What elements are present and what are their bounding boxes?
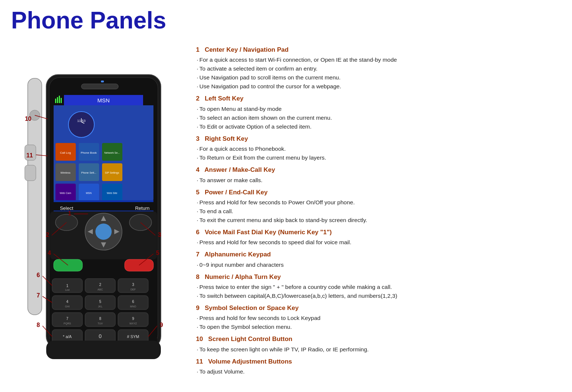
svg-text:GHI: GHI xyxy=(65,305,70,308)
svg-text:Web Cam: Web Cam xyxy=(60,192,71,194)
svg-text:4: 4 xyxy=(48,250,51,256)
svg-text:4: 4 xyxy=(66,300,68,304)
svg-text:11: 11 xyxy=(26,152,33,158)
svg-rect-89 xyxy=(46,341,161,359)
svg-text:MNO: MNO xyxy=(130,305,136,308)
svg-rect-2 xyxy=(25,165,36,181)
desc-body-5: Press and Hold for few seconds to Power … xyxy=(196,198,561,225)
svg-text:TUV: TUV xyxy=(98,322,103,325)
desc-item-1: 1 Center Key / Navigation PadFor a quick… xyxy=(196,45,561,91)
desc-body-7: 0~9 input number and characters xyxy=(196,260,561,269)
desc-heading-6: 6 Voice Mail Fast Dial Key (Numeric Key … xyxy=(196,228,561,237)
desc-heading-9: 9 Symbol Selection or Space Key xyxy=(196,303,561,313)
svg-text:* a/A: * a/A xyxy=(63,334,72,339)
svg-text:9: 9 xyxy=(132,317,134,321)
desc-item-6: 6 Voice Mail Fast Dial Key (Numeric Key … xyxy=(196,228,561,247)
svg-text:8: 8 xyxy=(99,317,101,321)
desc-heading-11: 11 Volume Adjustment Buttons xyxy=(196,357,561,367)
svg-text:ABC: ABC xyxy=(98,288,103,291)
desc-item-11: 11 Volume Adjustment ButtonsTo adjust Vo… xyxy=(196,357,561,376)
svg-rect-15 xyxy=(59,96,60,103)
svg-text:MSN: MSN xyxy=(86,192,92,194)
desc-item-2: 2 Left Soft KeyTo open Menu at stand-by … xyxy=(196,94,561,131)
desc-heading-7: 7 Alphanumeric Keypad xyxy=(196,250,561,259)
desc-heading-1: 1 Center Key / Navigation Pad xyxy=(196,45,561,55)
desc-body-4: To answer or make calls. xyxy=(196,176,561,185)
desc-body-11: To adjust Volume. xyxy=(196,367,561,376)
descriptions-panel: 1 Center Key / Navigation PadFor a quick… xyxy=(189,41,572,383)
svg-text:5: 5 xyxy=(156,250,159,256)
svg-text:Phone Book: Phone Book xyxy=(81,151,97,154)
desc-item-7: 7 Alphanumeric Keypad0~9 input number an… xyxy=(196,250,561,269)
svg-rect-16 xyxy=(61,98,62,103)
svg-text:8: 8 xyxy=(37,322,40,328)
svg-text:PQRS: PQRS xyxy=(64,322,71,325)
svg-text:9: 9 xyxy=(160,322,163,328)
desc-body-2: To open Menu at stand-by modeTo select a… xyxy=(196,105,561,131)
svg-text:0: 0 xyxy=(99,333,102,339)
svg-text:DEF: DEF xyxy=(131,288,136,291)
desc-body-1: For a quick access to start Wi-Fi connec… xyxy=(196,55,561,91)
svg-text:WXYZ: WXYZ xyxy=(129,322,137,325)
svg-text:2: 2 xyxy=(99,283,101,287)
desc-heading-4: 4 Answer / Make-Call Key xyxy=(196,165,561,175)
svg-text:# SYM: # SYM xyxy=(127,334,139,339)
svg-text:1: 1 xyxy=(66,284,68,288)
svg-text:Phone Sett...: Phone Sett... xyxy=(81,171,97,174)
desc-heading-3: 3 Right Soft Key xyxy=(196,134,561,144)
svg-text:3: 3 xyxy=(158,232,161,238)
svg-text:7: 7 xyxy=(37,292,40,299)
svg-rect-13 xyxy=(55,99,56,103)
svg-point-17 xyxy=(68,112,94,137)
desc-heading-10: 10 Screen Light Control Button xyxy=(196,334,561,344)
svg-text:MSN: MSN xyxy=(97,97,109,103)
svg-rect-12 xyxy=(143,95,153,105)
svg-rect-7 xyxy=(101,81,104,82)
svg-text:7: 7 xyxy=(66,317,68,321)
svg-rect-39 xyxy=(54,200,153,202)
phone-diagram: MSN 11:53 Call Log Phone Book xyxy=(0,41,189,363)
desc-heading-2: 2 Left Soft Key xyxy=(196,94,561,103)
desc-heading-8: 8 Numeric / Alpha Turn Key xyxy=(196,272,561,282)
desc-item-4: 4 Answer / Make-Call KeyTo answer or mak… xyxy=(196,165,561,184)
svg-point-47 xyxy=(95,224,112,240)
svg-text:Wireless: Wireless xyxy=(61,171,71,174)
svg-text:Call Log: Call Log xyxy=(60,151,71,154)
svg-text:3: 3 xyxy=(132,283,134,287)
svg-text:Lod: Lod xyxy=(65,289,70,291)
svg-text:SIP Settings: SIP Settings xyxy=(105,171,119,174)
svg-text:10: 10 xyxy=(25,116,31,122)
svg-text:1: 1 xyxy=(68,210,71,217)
svg-text:6: 6 xyxy=(132,300,134,304)
svg-text:JKL: JKL xyxy=(98,305,102,308)
svg-text:Network Se...: Network Se... xyxy=(104,151,120,154)
desc-item-9: 9 Symbol Selection or Space KeyPress and… xyxy=(196,303,561,331)
desc-item-3: 3 Right Soft KeyFor a quick access to Ph… xyxy=(196,134,561,162)
desc-body-6: Press and Hold for few seconds to speed … xyxy=(196,238,561,247)
svg-text:Return: Return xyxy=(135,205,149,211)
desc-heading-5: 5 Power / End-Call Key xyxy=(196,188,561,197)
page-title: Phone Panels xyxy=(0,0,572,38)
desc-body-9: Press and hold for few seconds to Lock K… xyxy=(196,314,561,331)
desc-body-8: Press twice to enter the sign " + " befo… xyxy=(196,283,561,300)
svg-text:Web Site: Web Site xyxy=(107,192,117,194)
svg-rect-6 xyxy=(81,84,118,89)
desc-item-5: 5 Power / End-Call KeyPress and Hold for… xyxy=(196,188,561,225)
svg-text:5: 5 xyxy=(99,300,101,304)
svg-rect-14 xyxy=(57,97,58,103)
desc-body-3: For a quick access to Phonebook.To Retur… xyxy=(196,144,561,162)
svg-text:6: 6 xyxy=(37,272,40,278)
desc-item-10: 10 Screen Light Control ButtonTo keep th… xyxy=(196,334,561,354)
desc-item-8: 8 Numeric / Alpha Turn KeyPress twice to… xyxy=(196,272,561,300)
svg-text:2: 2 xyxy=(46,232,49,238)
desc-body-10: To keep the screen light on while IP TV,… xyxy=(196,345,561,354)
